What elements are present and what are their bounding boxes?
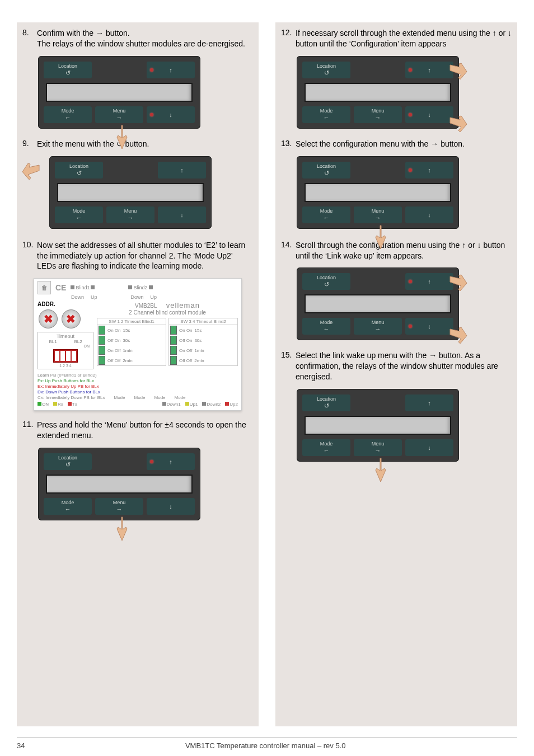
down-arrow-icon: ↓ — [169, 503, 172, 510]
btn-label: Menu — [372, 442, 385, 447]
down-button[interactable]: ↓ — [405, 439, 453, 456]
down-button[interactable]: ↓ — [158, 206, 206, 223]
column-layout: 8. Confirm with the → button. The relays… — [17, 22, 517, 726]
down-button[interactable]: ↓ — [405, 106, 453, 123]
up-arrow-icon: ↑ — [428, 278, 431, 285]
location-button[interactable]: Location ↺ — [55, 162, 103, 179]
sw-cell: Off On — [107, 338, 120, 343]
right-arrow-icon: → — [116, 114, 123, 121]
location-button[interactable]: Location ↺ — [302, 395, 350, 411]
step-text: If necessary scroll through the extended… — [296, 28, 512, 49]
learn-ex: Ex: Immediately Up PB for BLx — [38, 384, 238, 389]
up-button[interactable]: ↑ — [405, 273, 453, 290]
right-arrow-icon: → — [128, 214, 134, 221]
up-button[interactable]: ↑ — [405, 395, 453, 411]
pointing-hand-icon — [448, 323, 468, 349]
dip-icon — [170, 336, 177, 345]
menu-button[interactable]: Menu → — [354, 439, 402, 456]
reset-icon: ↺ — [65, 69, 71, 76]
led-icon — [68, 402, 72, 406]
device-figure: Location ↺ ↑ Mode ← — [22, 448, 253, 520]
mode-button[interactable]: Mode ← — [302, 206, 350, 223]
down-button[interactable]: ↓ — [147, 106, 195, 123]
location-button[interactable]: Location ↺ — [302, 62, 350, 78]
reset-icon: ↺ — [324, 170, 329, 176]
led-label: Up2 — [229, 402, 238, 407]
menu-button[interactable]: Menu → — [354, 106, 402, 123]
down-arrow-icon: ↓ — [169, 111, 172, 118]
down-button[interactable]: ↓ — [147, 498, 195, 515]
step-number: 14. — [281, 240, 296, 261]
mode-label: Mode — [114, 395, 125, 401]
mode-button[interactable]: Mode ← — [302, 106, 350, 123]
rotary-switch — [62, 309, 81, 328]
down-label: Down — [131, 294, 144, 300]
pointing-hand-icon — [448, 59, 468, 85]
step-text: Confirm with the → button. The relays of… — [37, 28, 253, 49]
subtitle-label: 2 Channel blind control module — [97, 309, 238, 316]
location-button[interactable]: Location ↺ — [302, 162, 350, 179]
step-text: Select the configuration menu with the →… — [296, 139, 512, 149]
menu-button[interactable]: Menu → — [106, 206, 154, 223]
down-button[interactable]: ↓ — [405, 318, 453, 335]
right-arrow-icon: → — [116, 506, 123, 513]
pointing-hand-icon — [112, 124, 132, 150]
learn-legend: Learn PB (x=Blind1 or Blind2) Fx: Up Pus… — [38, 373, 238, 401]
menu-button[interactable]: Menu → — [354, 318, 402, 335]
lcd-screen — [57, 183, 204, 202]
mode-button[interactable]: Mode ← — [44, 498, 92, 515]
sw-cell: 2min — [123, 358, 132, 363]
right-arrow-icon: → — [375, 326, 381, 332]
up-button[interactable]: ↑ — [158, 162, 206, 179]
location-button[interactable]: Location ↺ — [44, 453, 92, 470]
down-button[interactable]: ↓ — [405, 206, 453, 223]
location-button[interactable]: Location ↺ — [302, 273, 350, 290]
lcd-screen — [46, 83, 193, 102]
sw-cell: Off On — [179, 338, 192, 343]
manual-page: 8. Confirm with the → button. The relays… — [0, 0, 534, 756]
location-button[interactable]: Location ↺ — [44, 62, 92, 78]
btn-label: Location — [317, 397, 336, 402]
learn-title: Learn PB (x=Blind1 or Blind2) — [38, 373, 238, 378]
right-arrow-icon: → — [375, 447, 381, 454]
device-figure: Location ↺ ↑ Mode ← — [281, 56, 512, 129]
btn-label: Location — [58, 64, 77, 69]
left-arrow-icon: ← — [65, 114, 71, 121]
up-button[interactable]: ↑ — [147, 453, 195, 470]
device-figure: Location ↺ ↑ Mode ← — [281, 389, 512, 462]
sw-header: SW 3 4 Timeout Blind2 — [169, 318, 237, 325]
pointing-hand-icon — [112, 516, 132, 542]
dip-icon — [99, 336, 105, 345]
step-number: 12. — [281, 28, 296, 49]
dip-icon — [170, 346, 177, 355]
reset-icon: ↺ — [324, 402, 329, 409]
rotary-switch — [39, 309, 58, 328]
menu-button[interactable]: Menu → — [354, 206, 402, 223]
mode-button[interactable]: Mode ← — [55, 206, 103, 223]
pointing-hand-icon — [448, 112, 468, 138]
lcd-screen — [305, 183, 451, 202]
menu-button[interactable]: Menu → — [95, 498, 143, 515]
up-button[interactable]: ↑ — [405, 162, 453, 179]
mode-button[interactable]: Mode ← — [44, 106, 92, 123]
up-button[interactable]: ↑ — [147, 62, 195, 78]
pointing-hand-icon — [21, 159, 41, 185]
btn-label: Location — [69, 164, 88, 170]
pointing-hand-icon — [371, 457, 391, 483]
menu-button[interactable]: Menu → — [95, 106, 143, 123]
mode-button[interactable]: Mode ← — [302, 439, 350, 456]
up-button[interactable]: ↑ — [405, 62, 453, 78]
trash-icon: 🗑 — [38, 281, 51, 294]
btn-label: Menu — [113, 500, 126, 506]
vmb1tc-device: Location ↺ ↑ Mode ← — [297, 267, 459, 340]
step-number: 11. — [22, 420, 37, 441]
up-arrow-icon: ↑ — [428, 67, 431, 73]
mode-button[interactable]: Mode ← — [302, 318, 350, 335]
learn-fx: Fx: Up Push Buttons for BLx — [38, 378, 238, 384]
pointing-hand-icon — [448, 271, 468, 297]
sw-cell: On Off — [179, 348, 192, 353]
step-text: Scroll through the configuration menu us… — [296, 240, 512, 261]
timeout-label: Timeout — [40, 334, 91, 339]
dip-numbers: 1 2 3 4 — [40, 364, 91, 368]
led-label: Tx — [72, 402, 77, 407]
